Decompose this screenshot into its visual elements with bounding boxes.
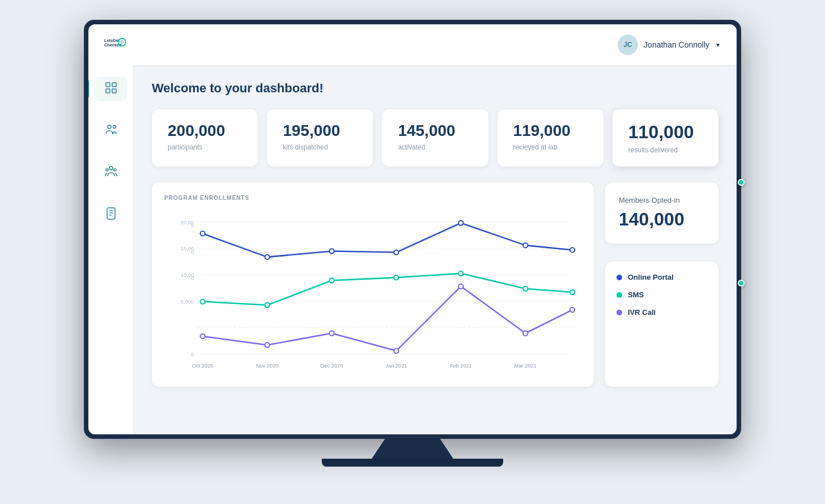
svg-point-9: [109, 166, 113, 170]
stat-label-results: results delivered: [628, 146, 703, 154]
avatar: JC: [618, 35, 638, 55]
monitor-screen: LetsGet Checked JC Jonathan Connolly ▼: [84, 20, 741, 439]
svg-rect-3: [106, 83, 110, 87]
stat-value-kits: 195,000: [283, 122, 357, 140]
svg-point-8: [113, 125, 116, 128]
monitor-stand: [367, 438, 458, 459]
legend-dot-sms: [616, 292, 622, 298]
stat-value-activated: 145,000: [398, 122, 472, 140]
svg-point-37: [201, 299, 205, 304]
svg-point-45: [265, 343, 269, 347]
svg-point-33: [394, 250, 398, 254]
svg-point-42: [523, 287, 528, 291]
chart-legend-panel: Members Opted-in 140,000 Online Portal: [605, 182, 718, 387]
user-menu[interactable]: JC Jonathan Connolly ▼: [618, 35, 721, 55]
svg-text:Dec 2020: Dec 2020: [321, 363, 343, 369]
svg-text:Nov 2020: Nov 2020: [256, 363, 279, 369]
svg-rect-4: [112, 83, 116, 87]
chevron-down-icon: ▼: [715, 42, 721, 48]
stat-value-lab: 119,000: [513, 122, 588, 140]
svg-point-48: [458, 284, 463, 289]
members-opted-card: Members Opted-in 140,000: [605, 182, 718, 244]
monitor-base: [322, 459, 503, 467]
svg-rect-12: [107, 208, 115, 219]
svg-point-40: [394, 275, 398, 280]
svg-point-38: [265, 303, 269, 307]
svg-point-32: [329, 249, 334, 253]
svg-point-49: [523, 331, 528, 335]
svg-text:Mar 2021: Mar 2021: [514, 363, 537, 369]
main-layout: Welcome to your dashboard! 200,000 parti…: [88, 65, 737, 434]
reports-icon: [104, 207, 118, 223]
svg-point-7: [108, 125, 111, 129]
stat-label-participants: participants: [168, 143, 242, 151]
stat-card-kits: 195,000 kits dispatched: [267, 109, 373, 166]
stat-label-kits: kits dispatched: [283, 143, 357, 151]
svg-text:0: 0: [191, 275, 194, 281]
svg-point-34: [458, 221, 463, 225]
chart-card: PROGRAM ENROLLMENTS: [152, 182, 594, 387]
svg-point-10: [106, 169, 108, 171]
svg-rect-6: [112, 89, 116, 93]
legend-dot-ivr: [616, 310, 622, 315]
svg-point-50: [570, 307, 575, 312]
sidebar: [88, 65, 134, 434]
user-name: Jonathan Connolly: [644, 40, 709, 49]
legend-label-sms: SMS: [628, 291, 644, 299]
sidebar-item-dashboard[interactable]: [95, 76, 127, 101]
svg-text:0: 0: [191, 352, 194, 357]
svg-point-43: [570, 290, 575, 294]
svg-point-46: [329, 331, 334, 335]
page-title: Welcome to your dashboard!: [152, 81, 718, 96]
stat-label-activated: activated: [398, 143, 472, 151]
legend-item-ivr: IVR Call: [616, 308, 707, 317]
sidebar-item-reports[interactable]: [95, 202, 127, 227]
screen-inner: LetsGet Checked JC Jonathan Connolly ▼: [88, 24, 737, 434]
svg-text:Feb 2021: Feb 2021: [450, 363, 472, 369]
svg-text:Jan 2021: Jan 2021: [385, 363, 407, 369]
sidebar-item-participants[interactable]: [95, 118, 127, 143]
stat-label-lab: recieved at lab: [513, 143, 588, 151]
stats-row: 200,000 participants 195,000 kits dispat…: [152, 109, 718, 166]
legend-item-portal: Online Portal: [616, 273, 707, 281]
svg-point-30: [201, 231, 205, 236]
svg-point-39: [329, 278, 334, 283]
svg-point-35: [523, 243, 528, 247]
legend-item-sms: SMS: [616, 291, 707, 299]
participants-icon: [104, 123, 118, 139]
chart-area: 20,00 0 15,00 0 10,00 0 5,000 0: [164, 210, 581, 374]
stat-card-results: 110,000 results delivered: [613, 109, 718, 166]
legend-label-ivr: IVR Call: [628, 308, 656, 317]
svg-text:5,000: 5,000: [181, 299, 194, 305]
svg-text:0: 0: [191, 249, 194, 255]
scroll-indicator-top: [738, 179, 745, 186]
members-opted-label: Members Opted-in: [619, 196, 705, 204]
svg-point-41: [458, 271, 463, 276]
members-opted-value: 140,000: [619, 209, 705, 230]
content-area: Welcome to your dashboard! 200,000 parti…: [134, 65, 737, 434]
stat-card-activated: 145,000 activated: [382, 109, 488, 166]
scroll-indicator-bottom: [738, 280, 745, 287]
legend-items: Online Portal SMS IVR Call: [605, 262, 718, 387]
legend-label-portal: Online Portal: [628, 273, 674, 281]
dashboard-icon: [104, 81, 118, 97]
stat-value-participants: 200,000: [168, 122, 242, 140]
svg-point-11: [114, 169, 116, 171]
stat-card-participants: 200,000 participants: [152, 109, 258, 166]
chart-svg: 20,00 0 15,00 0 10,00 0 5,000 0: [164, 210, 581, 374]
header: LetsGet Checked JC Jonathan Connolly ▼: [88, 24, 737, 65]
legend-dot-portal: [616, 275, 622, 280]
svg-point-44: [201, 334, 205, 339]
svg-point-36: [570, 247, 575, 252]
svg-text:Oct 2020: Oct 2020: [192, 363, 214, 369]
teams-icon: [104, 165, 118, 181]
monitor-wrapper: LetsGet Checked JC Jonathan Connolly ▼: [73, 20, 752, 484]
svg-rect-5: [106, 89, 110, 93]
svg-point-31: [265, 255, 269, 259]
logo: LetsGet Checked: [104, 33, 127, 56]
stat-value-results: 110,000: [628, 122, 703, 143]
svg-text:0: 0: [191, 223, 194, 228]
stat-card-lab: 119,000 recieved at lab: [497, 109, 603, 166]
chart-title: PROGRAM ENROLLMENTS: [164, 195, 581, 201]
sidebar-item-teams[interactable]: [95, 160, 127, 185]
